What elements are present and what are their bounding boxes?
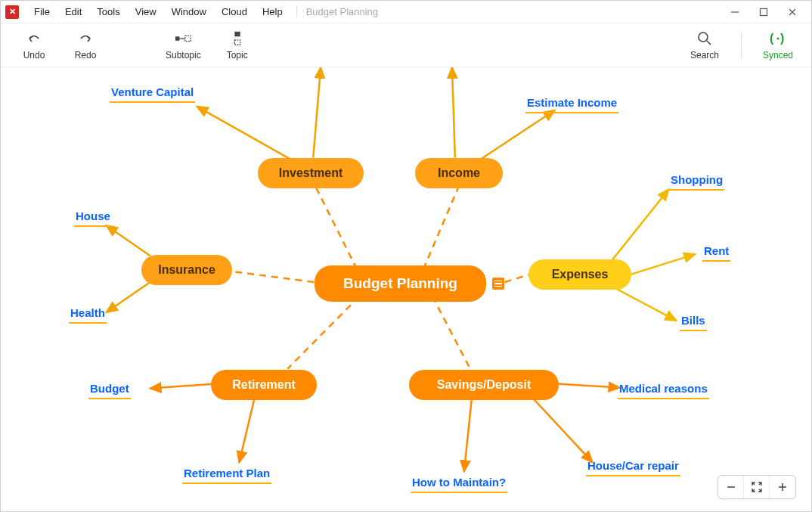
svg-line-19 <box>432 296 470 369</box>
node-expenses[interactable]: Expenses <box>528 259 631 290</box>
window-close-button[interactable] <box>778 2 807 23</box>
topic-icon <box>229 30 246 47</box>
leaf-medical-reasons[interactable]: Medical reasons <box>618 382 709 399</box>
maximize-icon <box>759 8 768 17</box>
svg-line-30 <box>239 399 254 463</box>
svg-rect-7 <box>234 31 240 36</box>
leaf-budget[interactable]: Budget <box>88 382 131 399</box>
node-investment[interactable]: Investment <box>258 158 364 188</box>
fit-icon <box>751 481 763 493</box>
svg-line-33 <box>464 399 472 472</box>
leaf-venture-capital[interactable]: Venture Capital <box>110 85 195 103</box>
leaf-house-car-repair[interactable]: House/Car repair <box>586 459 680 476</box>
svg-rect-8 <box>234 39 240 44</box>
menubar: ✕ File Edit Tools View Window Cloud Help… <box>1 1 811 23</box>
menu-tools[interactable]: Tools <box>89 3 127 20</box>
svg-line-25 <box>107 282 150 312</box>
leaf-estimate-income[interactable]: Estimate Income <box>525 96 618 113</box>
window-minimize-button[interactable] <box>721 2 749 23</box>
window-maximize-button[interactable] <box>749 2 778 23</box>
minus-icon <box>726 482 736 492</box>
note-marker-icon[interactable] <box>492 278 504 290</box>
svg-rect-4 <box>175 36 180 41</box>
mindmap-canvas[interactable]: Budget Planning Investment Income Insura… <box>1 67 811 511</box>
svg-point-12 <box>776 37 779 39</box>
svg-line-23 <box>481 110 555 160</box>
redo-icon <box>77 30 94 47</box>
svg-line-29 <box>150 384 215 389</box>
svg-line-26 <box>612 189 668 260</box>
redo-label: Redo <box>75 50 97 61</box>
node-savings[interactable]: Savings/Deposit <box>409 370 559 400</box>
toolbar-divider <box>741 32 742 59</box>
svg-line-27 <box>630 254 695 275</box>
leaf-bills[interactable]: Bills <box>680 314 707 331</box>
svg-line-21 <box>313 67 321 158</box>
app-icon: ✕ <box>5 5 19 19</box>
svg-point-9 <box>699 33 708 42</box>
menu-edit[interactable]: Edit <box>57 3 89 20</box>
svg-line-14 <box>316 188 357 269</box>
subtopic-button[interactable]: Subtopic <box>166 30 201 61</box>
svg-line-28 <box>616 289 676 321</box>
menu-view[interactable]: View <box>128 3 164 20</box>
leaf-health[interactable]: Health <box>69 306 107 324</box>
node-insurance[interactable]: Insurance <box>141 255 232 285</box>
topic-button[interactable]: Topic <box>222 30 253 61</box>
svg-line-22 <box>452 67 455 158</box>
node-center[interactable]: Budget Planning <box>315 265 486 302</box>
sync-status[interactable]: () Synced <box>763 30 793 61</box>
svg-rect-1 <box>761 8 767 15</box>
svg-text:(: ( <box>770 33 774 45</box>
undo-label: Undo <box>23 50 45 61</box>
topic-label: Topic <box>227 50 248 61</box>
svg-line-16 <box>227 271 314 282</box>
node-income[interactable]: Income <box>415 158 503 188</box>
svg-line-17 <box>505 275 529 282</box>
minimize-icon <box>730 8 739 17</box>
svg-line-10 <box>707 41 711 45</box>
menu-file[interactable]: File <box>26 3 57 20</box>
document-title: Budget Planning <box>296 6 378 17</box>
search-button[interactable]: Search <box>690 30 720 61</box>
undo-button[interactable]: Undo <box>19 30 49 61</box>
zoom-in-button[interactable] <box>770 476 795 498</box>
plus-icon <box>777 482 788 492</box>
undo-icon <box>26 30 42 47</box>
sync-icon: () <box>770 30 786 47</box>
menu-window[interactable]: Window <box>164 3 214 20</box>
subtopic-label: Subtopic <box>166 50 201 61</box>
svg-line-18 <box>287 296 359 369</box>
svg-line-32 <box>534 399 593 463</box>
close-icon <box>788 8 797 17</box>
sync-label: Synced <box>763 50 793 61</box>
menu-cloud[interactable]: Cloud <box>214 3 255 20</box>
zoom-out-button[interactable] <box>718 476 744 498</box>
svg-text:): ) <box>780 33 784 45</box>
toolbar: Undo Redo Subtopic Topic Search () Synce… <box>1 23 811 67</box>
search-icon <box>696 30 713 47</box>
zoom-fit-button[interactable] <box>744 476 770 498</box>
svg-line-20 <box>197 107 291 160</box>
zoom-control <box>717 475 796 499</box>
menu-help[interactable]: Help <box>255 3 290 20</box>
svg-line-31 <box>558 384 620 388</box>
svg-rect-6 <box>185 36 191 41</box>
leaf-rent[interactable]: Rent <box>702 244 730 262</box>
svg-line-15 <box>423 188 458 269</box>
svg-line-24 <box>107 225 150 256</box>
leaf-house[interactable]: House <box>74 209 112 227</box>
leaf-retirement-plan[interactable]: Retirement Plan <box>182 467 271 484</box>
leaf-shopping[interactable]: Shopping <box>669 173 724 191</box>
leaf-how-to-maintain[interactable]: How to Maintain? <box>411 476 507 493</box>
subtopic-icon <box>175 30 191 47</box>
node-retirement[interactable]: Retirement <box>211 370 317 400</box>
redo-button[interactable]: Redo <box>70 30 101 61</box>
search-label: Search <box>690 50 719 61</box>
